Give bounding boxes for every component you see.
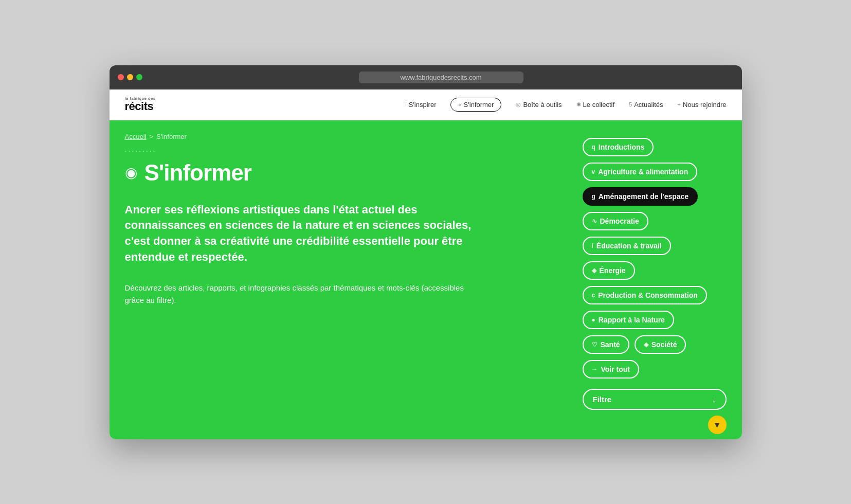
tag-label-sante: Santé (601, 340, 620, 349)
tag-btn-introductions[interactable]: qIntroductions (583, 138, 654, 156)
nav-prefix-collectif: ✺ (576, 101, 581, 108)
site-header: la fabrique des récits iS'inspirer«S'inf… (110, 89, 742, 120)
nav-item-collectif[interactable]: ✺Le collectif (576, 101, 614, 109)
page-title: ◉ S'informer (125, 160, 562, 186)
nav-prefix-informer: « (458, 101, 461, 107)
tag-label-energie: Énergie (600, 266, 626, 275)
breadcrumb-separator: > (149, 133, 153, 140)
tag-icon-societe: ◈ (644, 341, 648, 348)
nav-item-rejoindre[interactable]: +Nous rejoindre (678, 101, 727, 109)
logo-main: récits (125, 101, 156, 112)
tag-btn-rapport-nature[interactable]: ●Rapport à la Nature (583, 311, 674, 329)
nav-prefix-actualites: 5 (629, 101, 632, 107)
filtre-button[interactable]: Filtre ↓ (583, 389, 727, 410)
breadcrumb-current: S'informer (156, 133, 187, 140)
tag-icon-democratie: ∿ (592, 218, 597, 225)
tag-label-agriculture: Agriculture & alimentation (598, 168, 688, 176)
tag-btn-democratie[interactable]: ∿Démocratie (583, 212, 648, 230)
tag-label-voir-tout: Voir tout (601, 365, 630, 373)
nav-label-actualites: Actualités (634, 101, 663, 109)
tag-label-introductions: Introductions (599, 143, 644, 151)
nav-label-collectif: Le collectif (583, 101, 614, 109)
nav-item-inspirer[interactable]: iS'inspirer (405, 101, 436, 109)
tag-icon-voir-tout: → (592, 366, 598, 373)
tag-icon-sante: ♡ (592, 341, 597, 348)
tag-icon-agriculture: v (592, 168, 595, 175)
filtre-label: Filtre (593, 395, 612, 404)
tag-btn-energie[interactable]: ◈Énergie (583, 261, 635, 280)
tag-row-sante-societe: ♡Santé◈Société (583, 335, 727, 354)
tag-icon-rapport-nature: ● (592, 316, 595, 323)
tag-label-amenagement: Aménagement de l'espace (599, 192, 689, 201)
site-nav: iS'inspirer«S'informer◎Boîte à outils✺Le… (405, 98, 726, 112)
page-title-text: S'informer (144, 160, 251, 186)
url-input[interactable] (359, 71, 523, 83)
browser-window: la fabrique des récits iS'inspirer«S'inf… (110, 65, 742, 439)
tag-icon-education: i (592, 242, 593, 249)
browser-dots (118, 74, 142, 80)
tag-btn-societe[interactable]: ◈Société (635, 335, 686, 354)
nav-prefix-rejoindre: + (678, 101, 681, 107)
nav-label-informer: S'informer (464, 101, 494, 109)
dots-decoration: ········· (125, 147, 562, 155)
nav-prefix-inspirer: i (405, 101, 406, 107)
content-left: Accueil > S'informer ········· ◉ S'infor… (125, 133, 562, 419)
tag-btn-education[interactable]: iÉducation & travail (583, 237, 671, 255)
tag-btn-agriculture[interactable]: vAgriculture & alimentation (583, 163, 698, 181)
nav-item-informer[interactable]: «S'informer (450, 98, 501, 112)
site-logo[interactable]: la fabrique des récits (125, 97, 156, 112)
breadcrumb: Accueil > S'informer (125, 133, 562, 140)
nav-item-actualites[interactable]: 5Actualités (629, 101, 663, 109)
tag-label-rapport-nature: Rapport à la Nature (599, 316, 665, 324)
tag-btn-amenagement[interactable]: gAménagement de l'espace (583, 187, 698, 206)
tag-icon-energie: ◈ (592, 267, 596, 274)
main-content: Accueil > S'informer ········· ◉ S'infor… (110, 120, 742, 439)
nav-item-boite[interactable]: ◎Boîte à outils (516, 101, 562, 109)
tag-label-democratie: Démocratie (600, 217, 639, 225)
close-dot[interactable] (118, 74, 124, 80)
minimize-dot[interactable] (127, 74, 133, 80)
scroll-indicator[interactable]: ▾ (708, 416, 727, 434)
tag-icon-amenagement: g (592, 193, 595, 200)
nav-label-inspirer: S'inspirer (409, 101, 437, 109)
nav-label-rejoindre: Nous rejoindre (683, 101, 727, 109)
tag-btn-voir-tout[interactable]: →Voir tout (583, 360, 640, 379)
page-title-icon: ◉ (125, 164, 137, 181)
nav-prefix-boite: ◎ (516, 101, 521, 108)
maximize-dot[interactable] (136, 74, 142, 80)
address-bar (149, 71, 734, 83)
tag-label-education: Éducation & travail (596, 242, 662, 250)
tag-btn-production[interactable]: cProduction & Consommation (583, 286, 707, 304)
page-sub-description: Découvrez des articles, rapports, et inf… (125, 282, 475, 307)
page-description: Ancrer ses réflexions artistiques dans l… (125, 202, 485, 265)
tag-btn-sante[interactable]: ♡Santé (583, 335, 629, 354)
tag-label-societe: Société (651, 340, 677, 349)
nav-label-boite: Boîte à outils (523, 101, 562, 109)
content-right: qIntroductionsvAgriculture & alimentatio… (583, 133, 727, 419)
tag-label-production: Production & Consommation (598, 291, 698, 299)
breadcrumb-home[interactable]: Accueil (125, 133, 147, 140)
browser-chrome (110, 65, 742, 89)
filtre-icon: ↓ (712, 395, 716, 404)
tag-icon-production: c (592, 292, 595, 299)
tag-icon-introductions: q (592, 143, 595, 151)
